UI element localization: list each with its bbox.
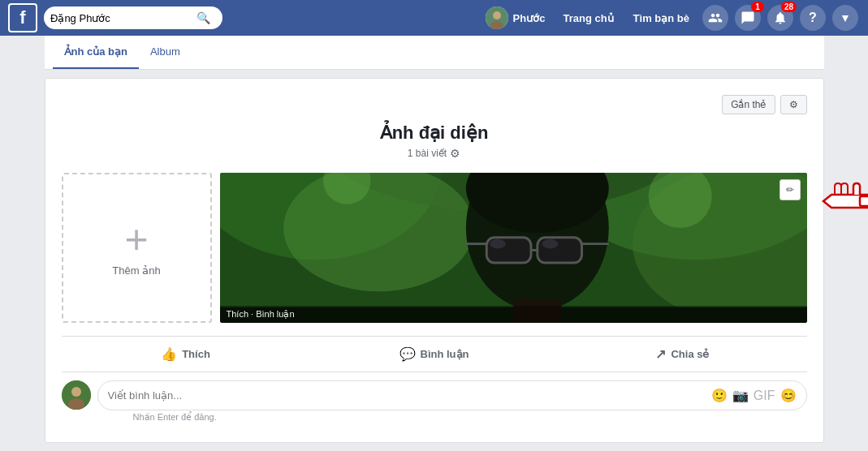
nav-right: Phước Trang chủ Tìm bạn bè 1 28 ? ▼: [479, 3, 860, 32]
top-nav: f 🔍 Phước Trang chủ Tìm bạn bè 1 28 ? ▼: [0, 0, 868, 36]
help-icon-btn[interactable]: ?: [800, 5, 826, 31]
nav-username: Phước: [513, 12, 546, 24]
camera-icon[interactable]: 📷: [732, 388, 749, 403]
messages-badge: 1: [751, 2, 764, 12]
photo-edit-button[interactable]: ✏: [779, 179, 801, 200]
photo-image: Thích · Bình luận: [220, 173, 807, 323]
like-label: Thích: [182, 348, 210, 360]
photo-wrapper: Thích · Bình luận ✏: [220, 173, 807, 323]
main-wrap: Ảnh của bạn Album Gắn thẻ ⚙ Ảnh đại diện…: [37, 36, 832, 443]
comment-button[interactable]: 💬 Bình luận: [310, 340, 559, 368]
action-bar: 👍 Thích 💬 Bình luận ↗ Chia sẻ: [62, 336, 807, 372]
help-icon: ?: [809, 11, 817, 25]
dropdown-icon-btn[interactable]: ▼: [832, 5, 858, 31]
edit-pencil-icon: ✏: [786, 184, 794, 195]
facebook-logo: f: [8, 3, 37, 32]
commenter-avatar: [62, 380, 91, 410]
share-label: Chia sẻ: [671, 348, 709, 360]
share-button[interactable]: ↗ Chia sẻ: [559, 340, 807, 368]
comment-label: Bình luận: [421, 348, 469, 360]
album-title: Ảnh đại diện: [62, 122, 807, 144]
fb-letter: f: [19, 7, 25, 28]
enter-hint: Nhấn Enter để đăng.: [97, 410, 807, 423]
photos-grid: + Thêm ảnh: [62, 173, 807, 323]
comment-actions: 🙂 📷 GIF 😊: [711, 388, 797, 403]
svg-point-22: [490, 239, 506, 249]
content-area: Gắn thẻ ⚙ Ảnh đại diện 1 bài viết ⚙ + Th…: [45, 78, 824, 443]
svg-point-1: [493, 11, 501, 19]
comment-input-wrap[interactable]: 🙂 📷 GIF 😊: [97, 380, 807, 410]
svg-point-23: [542, 239, 558, 249]
album-settings-icon[interactable]: ⚙: [450, 147, 460, 160]
tab-anh-cua-ban[interactable]: Ảnh của bạn: [53, 36, 139, 69]
nav-avatar: [486, 6, 508, 29]
plus-icon: +: [124, 219, 148, 260]
add-photo-label: Thêm ảnh: [112, 264, 160, 277]
sub-nav: Ảnh của bạn Album: [45, 36, 824, 70]
friends-icon-btn[interactable]: [702, 5, 728, 31]
top-actions: Gắn thẻ ⚙: [62, 95, 807, 114]
sticker-icon[interactable]: 😊: [780, 388, 797, 403]
album-title-section: Ảnh đại diện 1 bài viết ⚙: [62, 122, 807, 160]
like-button[interactable]: 👍 Thích: [62, 340, 310, 368]
tab-album[interactable]: Album: [139, 36, 192, 69]
pointing-hand-annotation: [811, 174, 869, 221]
settings-button[interactable]: ⚙: [780, 95, 807, 114]
comment-icon: 💬: [399, 346, 416, 362]
gif-icon[interactable]: GIF: [754, 389, 775, 403]
search-icon: 🔍: [196, 11, 210, 24]
search-input[interactable]: [50, 12, 196, 24]
notifications-icon-btn[interactable]: 28: [767, 5, 793, 31]
emoji-icon[interactable]: 🙂: [711, 388, 728, 403]
chevron-down-icon: ▼: [840, 11, 851, 24]
like-icon: 👍: [161, 346, 177, 362]
gan-the-button[interactable]: Gắn thẻ: [722, 95, 775, 114]
notifications-badge: 28: [781, 2, 797, 12]
add-photo-box[interactable]: + Thêm ảnh: [62, 173, 212, 323]
photo-overlay-text: Thích · Bình luận: [220, 306, 807, 323]
search-bar[interactable]: 🔍: [44, 6, 222, 29]
comment-area: 🙂 📷 GIF 😊 Nhấn Enter để đăng.: [62, 372, 807, 426]
comment-input-section: 🙂 📷 GIF 😊 Nhấn Enter để đăng.: [97, 380, 807, 423]
nav-user-profile[interactable]: Phước: [479, 3, 552, 32]
album-meta: 1 bài viết ⚙: [62, 147, 807, 160]
comment-input[interactable]: [108, 389, 711, 402]
messages-icon-btn[interactable]: 1: [735, 5, 761, 31]
share-icon: ↗: [655, 346, 666, 362]
album-post-count: 1 bài viết: [408, 148, 447, 159]
svg-point-27: [71, 387, 81, 397]
tim-ban-be-button[interactable]: Tìm bạn bè: [625, 9, 697, 28]
trang-chu-button[interactable]: Trang chủ: [555, 9, 621, 28]
svg-rect-25: [860, 196, 869, 206]
